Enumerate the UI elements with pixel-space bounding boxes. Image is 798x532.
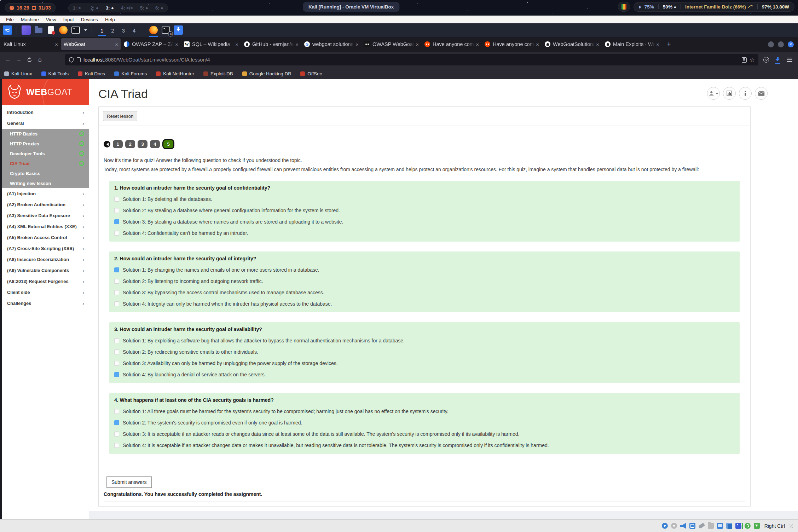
usb-status-icon[interactable] bbox=[698, 523, 705, 529]
taskbar-workspace-2[interactable]: 2 bbox=[107, 26, 118, 34]
tab-close-icon[interactable]: × bbox=[175, 41, 178, 47]
option-checkbox[interactable] bbox=[114, 338, 119, 343]
workspace-indicator[interactable]: 4: </> bbox=[121, 5, 133, 11]
option-checkbox[interactable] bbox=[114, 231, 119, 236]
sidebar-item[interactable]: HTTP Basics✓ bbox=[2, 129, 89, 139]
bookmark-star-icon[interactable]: ☆ bbox=[750, 56, 755, 64]
optical-drive-status-icon[interactable] bbox=[671, 523, 677, 529]
sidebar-item[interactable]: (A7) Cross-Site Scripting (XSS)› bbox=[2, 243, 89, 254]
quiz-option[interactable]: Solution 3: Availability can only be har… bbox=[114, 360, 735, 366]
option-checkbox[interactable] bbox=[114, 432, 119, 436]
browser-tab[interactable]: GitHub - vernjan/we× bbox=[242, 38, 301, 50]
system-indicators[interactable]: 75% 50% ● Internet Familie Bolz (66%) 97… bbox=[634, 2, 794, 12]
browser-tab[interactable]: Main Exploits · Web× bbox=[602, 38, 662, 50]
forward-button[interactable]: → bbox=[13, 54, 24, 65]
bookmark-item[interactable]: Kali Forums bbox=[114, 71, 147, 76]
quiz-option[interactable]: Solution 3: By bypassing the access cont… bbox=[114, 290, 735, 295]
sidebar-item[interactable]: Crypto Basics bbox=[2, 168, 89, 178]
option-checkbox[interactable] bbox=[114, 372, 119, 377]
previous-page-button[interactable] bbox=[104, 141, 110, 148]
browser-tab[interactable]: WebGoat× bbox=[61, 38, 121, 50]
lesson-page-button-1[interactable]: 1 bbox=[113, 140, 123, 148]
browser-tab[interactable]: WSQL – Wikipedia× bbox=[181, 38, 241, 50]
quiz-option[interactable]: Solution 2: By listening to incoming and… bbox=[114, 278, 735, 284]
sidebar-item[interactable]: General› bbox=[2, 118, 89, 129]
sidebar-item[interactable]: CIA Triad✓ bbox=[2, 158, 89, 168]
recording-status-icon[interactable] bbox=[754, 523, 760, 529]
harddisk-status-icon[interactable] bbox=[662, 523, 668, 529]
shared-folders-status-icon[interactable] bbox=[708, 523, 714, 529]
file-manager-launcher[interactable] bbox=[34, 25, 43, 35]
bookmark-item[interactable]: Kali Tools bbox=[41, 71, 69, 76]
browser-tab[interactable]: Have anyone comple× bbox=[482, 38, 542, 50]
quiz-option[interactable]: Solution 1: All three goals must be harm… bbox=[114, 409, 735, 414]
tab-close-icon[interactable]: × bbox=[115, 41, 118, 47]
option-checkbox[interactable] bbox=[114, 361, 119, 366]
option-checkbox[interactable] bbox=[114, 443, 119, 448]
firefox-launcher[interactable] bbox=[59, 25, 68, 35]
sidebar-item[interactable]: HTTP Proxies✓ bbox=[2, 139, 89, 149]
workspace-indicator[interactable]: 2: ● bbox=[91, 5, 99, 11]
menu-item-view[interactable]: View bbox=[43, 16, 59, 23]
display-status-icon[interactable] bbox=[717, 523, 723, 529]
browser-tab[interactable]: Have anyone comple× bbox=[422, 38, 481, 50]
bookmark-item[interactable]: Kali NetHunter bbox=[156, 71, 194, 76]
tracking-shield-icon[interactable] bbox=[69, 57, 74, 63]
quiz-option[interactable]: Solution 4: Integrity can only be harmed… bbox=[114, 301, 735, 307]
sidebar-item[interactable]: (A1) Injection› bbox=[2, 188, 89, 199]
quiz-option[interactable]: Solution 2: The system's security is com… bbox=[114, 420, 735, 426]
show-desktop-button[interactable] bbox=[22, 25, 31, 35]
sidebar-item[interactable]: Developer Tools✓ bbox=[2, 149, 89, 158]
minimize-button[interactable] bbox=[768, 41, 774, 47]
bookmark-item[interactable]: Exploit-DB bbox=[203, 71, 233, 76]
text-editor-launcher[interactable] bbox=[46, 25, 56, 35]
clipboard-status-icon[interactable] bbox=[726, 523, 732, 529]
terminal-window-button[interactable]: 3 bbox=[161, 25, 170, 35]
workspace-indicator[interactable]: 3: ● bbox=[106, 5, 114, 11]
option-checkbox[interactable] bbox=[114, 208, 119, 213]
scoreboard-button[interactable] bbox=[723, 87, 736, 100]
workspace-indicator[interactable]: 1: >_ bbox=[73, 5, 83, 11]
option-checkbox[interactable] bbox=[114, 279, 119, 284]
sidebar-item[interactable]: (A9) Vulnerable Components› bbox=[2, 265, 89, 276]
sidebar-item[interactable]: (A4) XML External Entities (XXE)› bbox=[2, 221, 89, 232]
quiz-option[interactable]: Solution 4: Confidentiality can't be har… bbox=[114, 230, 735, 236]
quiz-option[interactable]: Solution 3: It is acceptable if an attac… bbox=[114, 431, 735, 437]
taskbar-workspace-1[interactable]: 1 bbox=[97, 26, 107, 34]
browser-tab[interactable]: OWASP ZAP – ZAP i× bbox=[121, 38, 181, 50]
sidebar-item[interactable]: (A3) Sensitive Data Exposure› bbox=[2, 210, 89, 221]
sidebar-item[interactable]: (A8) Insecure Deserialization› bbox=[2, 254, 89, 265]
webgoat-logo[interactable]: WEBGOAT bbox=[2, 79, 89, 105]
menu-item-machine[interactable]: Machine bbox=[18, 16, 42, 23]
menu-item-file[interactable]: File bbox=[3, 16, 17, 23]
sidebar-item[interactable]: Client side› bbox=[2, 287, 89, 298]
quiz-option[interactable]: Solution 1: By exploiting a software bug… bbox=[114, 338, 735, 343]
browser-tab[interactable]: OWASP WebGoat: G× bbox=[362, 38, 421, 50]
bookmark-item[interactable]: Kali Linux bbox=[4, 71, 32, 76]
pocket-icon[interactable] bbox=[763, 57, 769, 63]
quiz-option[interactable]: Solution 3: By stealing a database where… bbox=[114, 219, 735, 225]
about-button[interactable] bbox=[739, 87, 752, 100]
sidebar-item[interactable]: (A5) Broken Access Control› bbox=[2, 232, 89, 243]
quiz-option[interactable]: Solution 4: It is acceptable if an attac… bbox=[114, 443, 735, 448]
menu-item-help[interactable]: Help bbox=[102, 16, 118, 23]
audio-status-icon[interactable] bbox=[680, 523, 686, 529]
firefox-window-button[interactable] bbox=[149, 25, 158, 35]
guest-additions-status-icon[interactable] bbox=[735, 523, 741, 529]
quiz-option[interactable]: Solution 2: By redirecting sensitive ema… bbox=[114, 349, 735, 355]
option-checkbox[interactable] bbox=[114, 290, 119, 295]
url-bar[interactable]: localhost:8080/WebGoat/start.mvc#lesson/… bbox=[65, 54, 758, 65]
back-button[interactable]: ← bbox=[3, 54, 13, 65]
tab-close-icon[interactable]: × bbox=[476, 41, 479, 47]
tab-close-icon[interactable]: × bbox=[596, 41, 599, 47]
tab-close-icon[interactable]: × bbox=[295, 41, 299, 47]
sidebar-item[interactable]: (A8:2013) Request Forgeries› bbox=[2, 276, 89, 287]
tab-close-icon[interactable]: × bbox=[55, 41, 58, 47]
submit-answers-button[interactable]: Submit answers bbox=[106, 476, 152, 488]
host-workspace-switcher[interactable]: 1: >_2: ●3: ●4: </>5: ●6: ● bbox=[68, 4, 168, 12]
menu-item-devices[interactable]: Devices bbox=[78, 16, 101, 23]
keyboard-layout-indicator[interactable] bbox=[618, 2, 630, 12]
user-menu-button[interactable] bbox=[707, 87, 720, 100]
bookmark-item[interactable]: OffSec bbox=[300, 71, 322, 76]
close-button[interactable]: × bbox=[788, 41, 794, 47]
